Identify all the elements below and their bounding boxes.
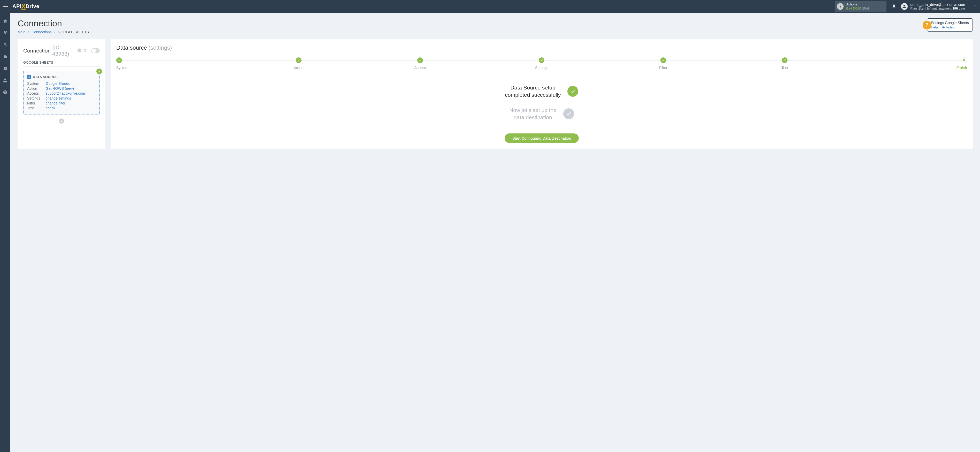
nav-account-icon[interactable] bbox=[2, 77, 8, 83]
user-email: demo_apix_drive@apix-drive.com bbox=[910, 3, 966, 7]
user-plan: Plan |Start| left until payment 396 days bbox=[910, 7, 966, 10]
check-circle-icon bbox=[563, 109, 574, 119]
actions-pct: (0%) bbox=[862, 6, 869, 10]
step-filter[interactable]: Filter bbox=[603, 57, 724, 70]
nav-help-icon[interactable] bbox=[2, 89, 8, 96]
help-link[interactable]: Help bbox=[931, 26, 938, 29]
page-title: Connection bbox=[18, 18, 89, 29]
crumb-main[interactable]: Main bbox=[18, 30, 25, 34]
help-box: ? Settings Google Sheets Help Video bbox=[927, 18, 973, 32]
copy-icon[interactable] bbox=[77, 48, 81, 54]
ds-settings-link[interactable]: change settings bbox=[46, 96, 71, 100]
step-settings[interactable]: Settings bbox=[481, 57, 602, 70]
breadcrumb: Main / Connections / GOOGLE SHEETS bbox=[18, 30, 89, 34]
help-question-icon[interactable]: ? bbox=[923, 21, 931, 29]
setup-subtitle: (settings) bbox=[149, 45, 172, 51]
setup-panel: Data source (settings) System Action Acc… bbox=[111, 39, 973, 149]
start-destination-button[interactable]: Start Configuring Data Destination bbox=[504, 133, 579, 143]
step-test[interactable]: Test bbox=[724, 57, 845, 70]
data-source-card[interactable]: 1 DATA SOURCE SystemGoogle Sheets Action… bbox=[23, 71, 100, 115]
ds-action-link[interactable]: Get ROWS (new) bbox=[46, 86, 74, 91]
step-access[interactable]: Access bbox=[360, 57, 481, 70]
brand-x: X bbox=[21, 4, 26, 10]
collapse-caret-icon[interactable] bbox=[966, 4, 977, 8]
nav-billing-icon[interactable] bbox=[2, 42, 8, 48]
ds-system-link[interactable]: Google Sheets bbox=[46, 81, 70, 86]
crumb-current: GOOGLE SHEETS bbox=[58, 30, 89, 34]
ds-test-link[interactable]: check bbox=[46, 106, 55, 110]
source-number-badge: 1 bbox=[27, 75, 31, 79]
nav-briefcase-icon[interactable] bbox=[2, 54, 8, 60]
topbar: APIXDrive i Actions: 0 of 5'000 (0%) dem… bbox=[0, 0, 980, 13]
service-label: GOOGLE SHEETS bbox=[23, 61, 100, 67]
step-system[interactable]: System bbox=[116, 57, 238, 70]
setup-done-message: Data Source setupcompleted successfully bbox=[505, 84, 579, 99]
connection-id: (ID: 43933) bbox=[52, 45, 76, 57]
help-video-link[interactable]: Video bbox=[942, 26, 955, 29]
add-source-button[interactable]: + bbox=[59, 118, 64, 124]
brand-logo[interactable]: APIXDrive bbox=[13, 3, 39, 9]
connection-toggle[interactable] bbox=[91, 48, 100, 53]
nav-home-icon[interactable] bbox=[2, 18, 8, 24]
connection-panel: Connection (ID: 43933) GOOGLE SHEETS 1 D… bbox=[18, 39, 105, 149]
ds-access-link[interactable]: support@apix-drive.com bbox=[46, 91, 85, 96]
info-icon: i bbox=[837, 3, 843, 10]
avatar-icon bbox=[901, 3, 908, 10]
gear-icon[interactable] bbox=[83, 48, 87, 54]
setup-next-message: Now let's set up thedata destination bbox=[509, 107, 574, 121]
video-icon bbox=[942, 26, 945, 29]
nav-video-icon[interactable] bbox=[2, 65, 8, 72]
hamburger-menu[interactable] bbox=[3, 3, 9, 10]
actions-label: Actions: bbox=[846, 2, 869, 6]
crumb-connections[interactable]: Connections bbox=[32, 30, 52, 34]
connection-label: Connection bbox=[23, 48, 51, 54]
check-icon bbox=[96, 69, 102, 74]
side-nav bbox=[0, 13, 10, 452]
check-circle-icon bbox=[567, 86, 578, 97]
brand-drive: Drive bbox=[25, 3, 39, 9]
actions-used: 0 bbox=[846, 6, 848, 10]
help-title: Settings Google Sheets bbox=[931, 21, 969, 25]
actions-counter[interactable]: i Actions: 0 of 5'000 (0%) bbox=[835, 1, 886, 12]
setup-title: Data source bbox=[116, 45, 147, 51]
stepper: System Action Access Settings Filter Tes… bbox=[116, 57, 967, 70]
data-source-title: DATA SOURCE bbox=[33, 75, 57, 79]
brand-api: API bbox=[13, 3, 21, 9]
nav-connections-icon[interactable] bbox=[2, 30, 8, 36]
user-menu[interactable]: demo_apix_drive@apix-drive.com Plan |Sta… bbox=[901, 3, 966, 10]
ds-filter-link[interactable]: change filter bbox=[46, 101, 65, 105]
step-action[interactable]: Action bbox=[238, 57, 359, 70]
notifications-bell-icon[interactable] bbox=[892, 4, 896, 9]
step-finish[interactable]: Finish bbox=[846, 57, 967, 70]
